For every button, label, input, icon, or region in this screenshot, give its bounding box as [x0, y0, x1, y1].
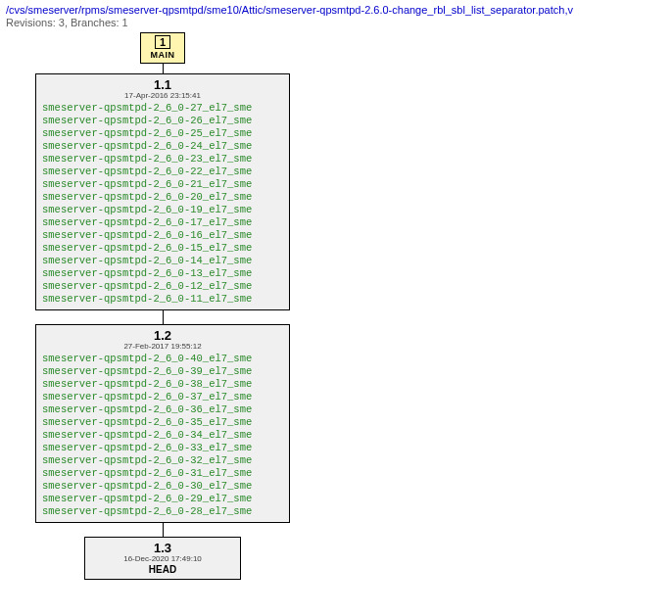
connector-line — [163, 64, 164, 73]
tag: smeserver-qpsmtpd-2_6_0-36_el7_sme — [42, 403, 283, 416]
tag: smeserver-qpsmtpd-2_6_0-39_el7_sme — [42, 365, 283, 378]
tag: smeserver-qpsmtpd-2_6_0-15_el7_sme — [42, 242, 283, 255]
tag: smeserver-qpsmtpd-2_6_0-29_el7_sme — [42, 493, 283, 505]
tag: smeserver-qpsmtpd-2_6_0-14_el7_sme — [42, 255, 283, 267]
revision-number: 1.2 — [42, 328, 283, 343]
head-label: HEAD — [91, 564, 234, 575]
tag: smeserver-qpsmtpd-2_6_0-24_el7_sme — [42, 140, 283, 153]
revision-number: 1.3 — [91, 541, 234, 555]
revision-number: 1.1 — [42, 77, 283, 92]
tag: smeserver-qpsmtpd-2_6_0-32_el7_sme — [42, 454, 283, 467]
revision-date: 27-Feb-2017 19:55:12 — [42, 342, 283, 351]
tag-list: smeserver-qpsmtpd-2_6_0-40_el7_sme smese… — [42, 353, 283, 518]
tag: smeserver-qpsmtpd-2_6_0-34_el7_sme — [42, 429, 283, 442]
branch-number: 1 — [155, 35, 170, 49]
tag: smeserver-qpsmtpd-2_6_0-27_el7_sme — [42, 102, 283, 115]
tag: smeserver-qpsmtpd-2_6_0-37_el7_sme — [42, 391, 283, 403]
connector-line — [163, 310, 164, 324]
branch-box-main[interactable]: 1 MAIN — [140, 32, 185, 64]
tag: smeserver-qpsmtpd-2_6_0-11_el7_sme — [42, 293, 283, 306]
revision-date: 16-Dec-2020 17:49:10 — [91, 554, 234, 563]
tag: smeserver-qpsmtpd-2_6_0-23_el7_sme — [42, 153, 283, 166]
tag: smeserver-qpsmtpd-2_6_0-19_el7_sme — [42, 204, 283, 216]
tag: smeserver-qpsmtpd-2_6_0-30_el7_sme — [42, 480, 283, 493]
revision-date: 17-Apr-2016 23:15:41 — [42, 91, 283, 100]
tag: smeserver-qpsmtpd-2_6_0-20_el7_sme — [42, 191, 283, 204]
revision-node-1-3[interactable]: 1.3 16-Dec-2020 17:49:10 HEAD — [84, 537, 241, 580]
tag: smeserver-qpsmtpd-2_6_0-31_el7_sme — [42, 467, 283, 480]
tag: smeserver-qpsmtpd-2_6_0-17_el7_sme — [42, 216, 283, 229]
tag: smeserver-qpsmtpd-2_6_0-25_el7_sme — [42, 127, 283, 140]
connector-line — [163, 523, 164, 537]
tag: smeserver-qpsmtpd-2_6_0-26_el7_sme — [42, 115, 283, 127]
tag: smeserver-qpsmtpd-2_6_0-28_el7_sme — [42, 505, 283, 518]
tag-list: smeserver-qpsmtpd-2_6_0-27_el7_sme smese… — [42, 102, 283, 306]
revision-branch-count: Revisions: 3, Branches: 1 — [6, 17, 666, 28]
revision-node-1-1[interactable]: 1.1 17-Apr-2016 23:15:41 smeserver-qpsmt… — [35, 73, 290, 310]
tag: smeserver-qpsmtpd-2_6_0-33_el7_sme — [42, 442, 283, 454]
tag: smeserver-qpsmtpd-2_6_0-22_el7_sme — [42, 166, 283, 178]
revision-node-1-2[interactable]: 1.2 27-Feb-2017 19:55:12 smeserver-qpsmt… — [35, 324, 290, 523]
tag: smeserver-qpsmtpd-2_6_0-13_el7_sme — [42, 267, 283, 280]
tag: smeserver-qpsmtpd-2_6_0-16_el7_sme — [42, 229, 283, 242]
tag: smeserver-qpsmtpd-2_6_0-40_el7_sme — [42, 353, 283, 365]
file-path: /cvs/smeserver/rpms/smeserver-qpsmtpd/sm… — [6, 4, 666, 16]
revision-graph: 1 MAIN 1.1 17-Apr-2016 23:15:41 smeserve… — [6, 32, 666, 580]
tag: smeserver-qpsmtpd-2_6_0-21_el7_sme — [42, 178, 283, 191]
tag: smeserver-qpsmtpd-2_6_0-12_el7_sme — [42, 280, 283, 293]
tag: smeserver-qpsmtpd-2_6_0-35_el7_sme — [42, 416, 283, 429]
tag: smeserver-qpsmtpd-2_6_0-38_el7_sme — [42, 378, 283, 391]
branch-name: MAIN — [149, 50, 176, 60]
